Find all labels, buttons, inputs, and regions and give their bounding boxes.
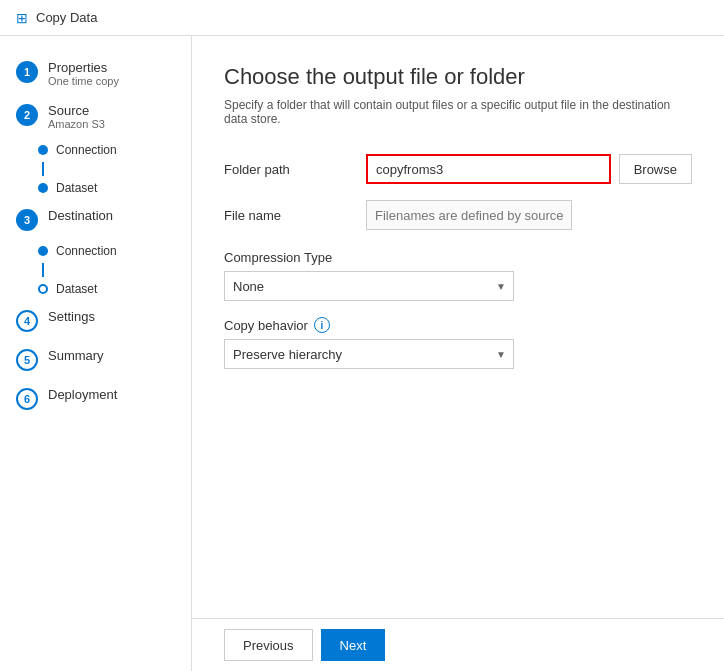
step-name-summary: Summary — [48, 348, 104, 363]
folder-path-input[interactable] — [366, 154, 611, 184]
page-title: Choose the output file or folder — [224, 64, 692, 90]
step-name-source: Source — [48, 103, 105, 118]
dest-dataset-label: Dataset — [56, 282, 97, 296]
copy-behavior-label-row: Copy behavior i — [224, 317, 692, 333]
compression-type-section: Compression Type None GZip Deflate BZip2… — [224, 246, 692, 317]
file-name-label: File name — [224, 208, 354, 223]
step-label-destination: Destination — [48, 208, 113, 223]
step-name-deployment: Deployment — [48, 387, 117, 402]
content-area: Choose the output file or folder Specify… — [192, 36, 724, 618]
dest-dataset-item[interactable]: Dataset — [38, 277, 191, 301]
compression-type-select[interactable]: None GZip Deflate BZip2 ZipDeflate — [224, 271, 514, 301]
source-sub-items: Connection Dataset — [0, 138, 191, 200]
folder-path-row: Folder path Browse — [224, 154, 692, 184]
file-name-control — [366, 200, 692, 230]
step-sub-properties: One time copy — [48, 75, 119, 87]
source-connection-dot — [38, 145, 48, 155]
main-layout: 1 Properties One time copy 2 Source Amaz… — [0, 36, 724, 671]
sidebar-item-settings[interactable]: 4 Settings — [0, 301, 191, 340]
dest-connection-dot — [38, 246, 48, 256]
compression-type-wrapper: None GZip Deflate BZip2 ZipDeflate ▼ — [224, 271, 514, 301]
copy-behavior-info-icon[interactable]: i — [314, 317, 330, 333]
file-name-row: File name — [224, 200, 692, 230]
step-label-summary: Summary — [48, 348, 104, 363]
previous-button[interactable]: Previous — [224, 629, 313, 661]
destination-sub-items: Connection Dataset — [0, 239, 191, 301]
sidebar: 1 Properties One time copy 2 Source Amaz… — [0, 36, 192, 671]
compression-type-label: Compression Type — [224, 250, 692, 265]
copy-data-icon: ⊞ — [16, 10, 28, 26]
step-badge-3: 3 — [16, 209, 38, 231]
dest-connection-label: Connection — [56, 244, 117, 258]
step-badge-2: 2 — [16, 104, 38, 126]
step-name-settings: Settings — [48, 309, 95, 324]
source-dataset-dot — [38, 183, 48, 193]
step-sub-source: Amazon S3 — [48, 118, 105, 130]
copy-behavior-section: Copy behavior i Preserve hierarchy Flatt… — [224, 317, 692, 385]
step-name-destination: Destination — [48, 208, 113, 223]
source-dataset-label: Dataset — [56, 181, 97, 195]
step-label-source: Source Amazon S3 — [48, 103, 105, 130]
step-name-properties: Properties — [48, 60, 119, 75]
copy-behavior-select[interactable]: Preserve hierarchy Flatten hierarchy Mer… — [224, 339, 514, 369]
folder-path-label: Folder path — [224, 162, 354, 177]
step-badge-4: 4 — [16, 310, 38, 332]
sidebar-item-properties[interactable]: 1 Properties One time copy — [0, 52, 191, 95]
step-label-properties: Properties One time copy — [48, 60, 119, 87]
sidebar-item-deployment[interactable]: 6 Deployment — [0, 379, 191, 418]
page-subtitle: Specify a folder that will contain outpu… — [224, 98, 692, 126]
bottom-bar: Previous Next — [192, 618, 724, 671]
step-label-settings: Settings — [48, 309, 95, 324]
dest-dataset-dot — [38, 284, 48, 294]
folder-path-control: Browse — [366, 154, 692, 184]
step-badge-5: 5 — [16, 349, 38, 371]
copy-behavior-wrapper: Preserve hierarchy Flatten hierarchy Mer… — [224, 339, 514, 369]
source-connection-label: Connection — [56, 143, 117, 157]
step-label-deployment: Deployment — [48, 387, 117, 402]
source-dataset-item[interactable]: Dataset — [38, 176, 191, 200]
step-badge-6: 6 — [16, 388, 38, 410]
browse-button[interactable]: Browse — [619, 154, 692, 184]
source-connector-line — [42, 162, 44, 176]
next-button[interactable]: Next — [321, 629, 386, 661]
file-name-input[interactable] — [366, 200, 572, 230]
sidebar-item-summary[interactable]: 5 Summary — [0, 340, 191, 379]
dest-connector-line — [42, 263, 44, 277]
top-bar-title: Copy Data — [36, 10, 97, 25]
source-connection-item[interactable]: Connection — [38, 138, 191, 162]
top-bar: ⊞ Copy Data — [0, 0, 724, 36]
dest-connection-item[interactable]: Connection — [38, 239, 191, 263]
sidebar-item-source[interactable]: 2 Source Amazon S3 — [0, 95, 191, 138]
sidebar-item-destination[interactable]: 3 Destination — [0, 200, 191, 239]
step-badge-1: 1 — [16, 61, 38, 83]
copy-behavior-label-text: Copy behavior — [224, 318, 308, 333]
